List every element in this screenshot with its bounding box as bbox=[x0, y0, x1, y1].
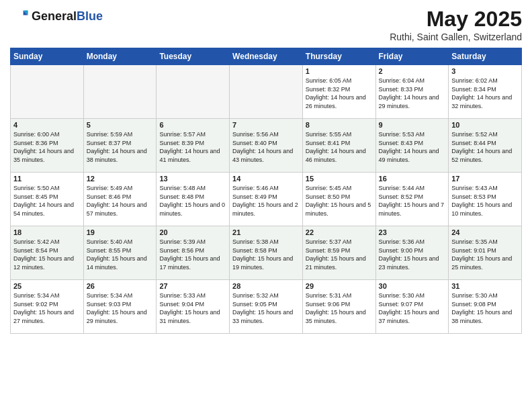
day-cell: 25Sunrise: 5:34 AMSunset: 9:02 PMDayligh… bbox=[11, 280, 84, 334]
day-number: 6 bbox=[159, 121, 226, 129]
day-cell: 5Sunrise: 5:59 AMSunset: 8:37 PMDaylight… bbox=[83, 119, 157, 173]
title-block: May 2025 Ruthi, Saint Gallen, Switzerlan… bbox=[390, 7, 522, 42]
day-cell: 2Sunrise: 6:04 AMSunset: 8:33 PMDaylight… bbox=[375, 65, 449, 119]
day-number: 26 bbox=[87, 282, 154, 290]
day-info: Sunrise: 5:44 AMSunset: 8:52 PMDaylight:… bbox=[379, 185, 445, 217]
day-info: Sunrise: 6:00 AMSunset: 8:36 PMDaylight:… bbox=[13, 131, 74, 163]
day-number: 14 bbox=[232, 175, 300, 183]
day-info: Sunrise: 5:40 AMSunset: 8:55 PMDaylight:… bbox=[87, 238, 147, 271]
day-info: Sunrise: 5:30 AMSunset: 9:07 PMDaylight:… bbox=[379, 292, 439, 324]
day-number: 5 bbox=[87, 121, 154, 129]
logo-blue: Blue bbox=[77, 9, 103, 23]
day-cell bbox=[83, 65, 157, 119]
day-info: Sunrise: 5:46 AMSunset: 8:49 PMDaylight:… bbox=[232, 185, 298, 217]
day-info: Sunrise: 5:49 AMSunset: 8:46 PMDaylight:… bbox=[87, 185, 147, 217]
day-number: 30 bbox=[379, 282, 446, 290]
day-cell: 7Sunrise: 5:56 AMSunset: 8:40 PMDaylight… bbox=[230, 119, 303, 173]
day-number: 9 bbox=[379, 121, 446, 129]
calendar-table: SundayMondayTuesdayWednesdayThursdayFrid… bbox=[10, 48, 522, 334]
day-number: 16 bbox=[379, 175, 446, 183]
day-cell: 14Sunrise: 5:46 AMSunset: 8:49 PMDayligh… bbox=[230, 173, 303, 226]
day-info: Sunrise: 5:55 AMSunset: 8:41 PMDaylight:… bbox=[306, 131, 366, 163]
day-number: 24 bbox=[451, 228, 519, 236]
day-number: 13 bbox=[159, 175, 226, 183]
day-cell: 20Sunrise: 5:39 AMSunset: 8:56 PMDayligh… bbox=[157, 226, 230, 280]
day-number: 19 bbox=[87, 228, 154, 236]
day-number: 4 bbox=[13, 121, 81, 129]
logo: GeneralBlue bbox=[10, 7, 103, 26]
day-info: Sunrise: 5:36 AMSunset: 9:00 PMDaylight:… bbox=[379, 238, 439, 271]
day-cell: 18Sunrise: 5:42 AMSunset: 8:54 PMDayligh… bbox=[11, 226, 84, 280]
col-header-saturday: Saturday bbox=[449, 48, 522, 65]
day-info: Sunrise: 5:31 AMSunset: 9:06 PMDaylight:… bbox=[306, 292, 366, 324]
col-header-tuesday: Tuesday bbox=[157, 48, 230, 65]
day-cell bbox=[157, 65, 230, 119]
day-number: 1 bbox=[306, 67, 373, 75]
day-cell: 23Sunrise: 5:36 AMSunset: 9:00 PMDayligh… bbox=[375, 226, 449, 280]
day-info: Sunrise: 5:53 AMSunset: 8:43 PMDaylight:… bbox=[379, 131, 439, 163]
day-info: Sunrise: 5:42 AMSunset: 8:54 PMDaylight:… bbox=[13, 238, 74, 271]
logo-general: General bbox=[32, 9, 77, 23]
day-number: 21 bbox=[232, 228, 300, 236]
day-cell: 31Sunrise: 5:30 AMSunset: 9:08 PMDayligh… bbox=[449, 280, 522, 334]
week-row-4: 18Sunrise: 5:42 AMSunset: 8:54 PMDayligh… bbox=[11, 226, 522, 280]
day-cell bbox=[11, 65, 84, 119]
col-header-monday: Monday bbox=[83, 48, 157, 65]
week-row-5: 25Sunrise: 5:34 AMSunset: 9:02 PMDayligh… bbox=[11, 280, 522, 334]
day-info: Sunrise: 5:43 AMSunset: 8:53 PMDaylight:… bbox=[451, 185, 512, 217]
day-info: Sunrise: 5:48 AMSunset: 8:48 PMDaylight:… bbox=[159, 185, 225, 217]
day-number: 20 bbox=[159, 228, 226, 236]
day-cell: 13Sunrise: 5:48 AMSunset: 8:48 PMDayligh… bbox=[157, 173, 230, 226]
day-number: 27 bbox=[159, 282, 226, 290]
day-number: 7 bbox=[232, 121, 300, 129]
day-info: Sunrise: 5:56 AMSunset: 8:40 PMDaylight:… bbox=[232, 131, 293, 163]
logo-icon bbox=[10, 7, 29, 26]
day-info: Sunrise: 5:57 AMSunset: 8:39 PMDaylight:… bbox=[159, 131, 220, 163]
day-number: 10 bbox=[451, 121, 519, 129]
col-header-thursday: Thursday bbox=[302, 48, 375, 65]
header: GeneralBlue May 2025 Ruthi, Saint Gallen… bbox=[10, 7, 522, 42]
page: GeneralBlue May 2025 Ruthi, Saint Gallen… bbox=[0, 0, 532, 344]
day-number: 29 bbox=[306, 282, 373, 290]
col-header-friday: Friday bbox=[375, 48, 449, 65]
day-cell: 27Sunrise: 5:33 AMSunset: 9:04 PMDayligh… bbox=[157, 280, 230, 334]
day-cell: 9Sunrise: 5:53 AMSunset: 8:43 PMDaylight… bbox=[375, 119, 449, 173]
week-row-1: 1Sunrise: 6:05 AMSunset: 8:32 PMDaylight… bbox=[11, 65, 522, 119]
day-cell: 8Sunrise: 5:55 AMSunset: 8:41 PMDaylight… bbox=[302, 119, 375, 173]
day-number: 28 bbox=[232, 282, 300, 290]
day-info: Sunrise: 6:05 AMSunset: 8:32 PMDaylight:… bbox=[306, 77, 366, 109]
day-cell: 24Sunrise: 5:35 AMSunset: 9:01 PMDayligh… bbox=[449, 226, 522, 280]
header-row: SundayMondayTuesdayWednesdayThursdayFrid… bbox=[11, 48, 522, 65]
day-number: 15 bbox=[306, 175, 373, 183]
day-cell: 6Sunrise: 5:57 AMSunset: 8:39 PMDaylight… bbox=[157, 119, 230, 173]
day-cell: 1Sunrise: 6:05 AMSunset: 8:32 PMDaylight… bbox=[302, 65, 375, 119]
week-row-2: 4Sunrise: 6:00 AMSunset: 8:36 PMDaylight… bbox=[11, 119, 522, 173]
day-cell: 19Sunrise: 5:40 AMSunset: 8:55 PMDayligh… bbox=[83, 226, 157, 280]
day-cell: 15Sunrise: 5:45 AMSunset: 8:50 PMDayligh… bbox=[302, 173, 375, 226]
day-info: Sunrise: 5:34 AMSunset: 9:02 PMDaylight:… bbox=[13, 292, 74, 324]
day-info: Sunrise: 5:38 AMSunset: 8:58 PMDaylight:… bbox=[232, 238, 293, 271]
day-cell: 11Sunrise: 5:50 AMSunset: 8:45 PMDayligh… bbox=[11, 173, 84, 226]
day-number: 31 bbox=[451, 282, 519, 290]
day-cell: 12Sunrise: 5:49 AMSunset: 8:46 PMDayligh… bbox=[83, 173, 157, 226]
week-row-3: 11Sunrise: 5:50 AMSunset: 8:45 PMDayligh… bbox=[11, 173, 522, 226]
day-info: Sunrise: 5:35 AMSunset: 9:01 PMDaylight:… bbox=[451, 238, 512, 271]
day-info: Sunrise: 5:50 AMSunset: 8:45 PMDaylight:… bbox=[13, 185, 74, 217]
day-number: 11 bbox=[13, 175, 81, 183]
day-number: 22 bbox=[306, 228, 373, 236]
day-info: Sunrise: 5:59 AMSunset: 8:37 PMDaylight:… bbox=[87, 131, 147, 163]
day-number: 25 bbox=[13, 282, 81, 290]
day-number: 17 bbox=[451, 175, 519, 183]
day-cell: 22Sunrise: 5:37 AMSunset: 8:59 PMDayligh… bbox=[302, 226, 375, 280]
location-subtitle: Ruthi, Saint Gallen, Switzerland bbox=[390, 32, 522, 42]
day-info: Sunrise: 5:52 AMSunset: 8:44 PMDaylight:… bbox=[451, 131, 512, 163]
day-cell: 29Sunrise: 5:31 AMSunset: 9:06 PMDayligh… bbox=[302, 280, 375, 334]
day-info: Sunrise: 5:45 AMSunset: 8:50 PMDaylight:… bbox=[306, 185, 371, 217]
day-info: Sunrise: 5:34 AMSunset: 9:03 PMDaylight:… bbox=[87, 292, 147, 324]
day-info: Sunrise: 5:30 AMSunset: 9:08 PMDaylight:… bbox=[451, 292, 512, 324]
day-info: Sunrise: 5:32 AMSunset: 9:05 PMDaylight:… bbox=[232, 292, 293, 324]
day-cell: 4Sunrise: 6:00 AMSunset: 8:36 PMDaylight… bbox=[11, 119, 84, 173]
col-header-wednesday: Wednesday bbox=[230, 48, 303, 65]
day-info: Sunrise: 6:02 AMSunset: 8:34 PMDaylight:… bbox=[451, 77, 512, 109]
day-cell: 21Sunrise: 5:38 AMSunset: 8:58 PMDayligh… bbox=[230, 226, 303, 280]
